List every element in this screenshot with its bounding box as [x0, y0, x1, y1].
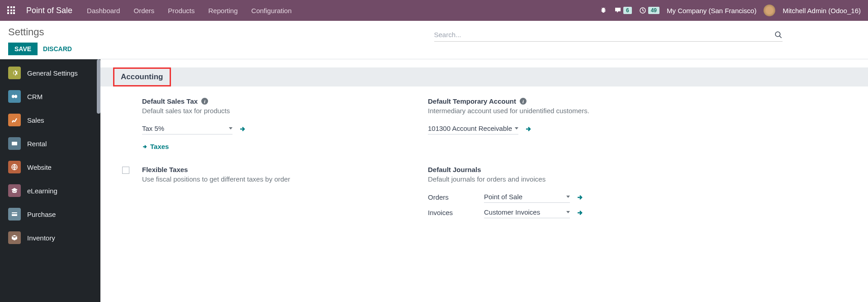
graduation-icon [8, 184, 21, 197]
taxes-link[interactable]: Taxes [142, 143, 169, 150]
svg-rect-3 [12, 142, 17, 145]
setting-title: Default Sales Tax i [142, 97, 395, 105]
setting-default-temp-account: Default Temporary Account i Intermediary… [428, 97, 681, 151]
setting-title-text: Default Sales Tax [142, 97, 198, 105]
messages-badge: 6 [623, 7, 632, 14]
globe-icon [8, 161, 21, 173]
sidebar-item-inventory[interactable]: Inventory [0, 226, 100, 249]
sidebar-item-general-settings[interactable]: General Settings [0, 61, 100, 85]
cp-buttons: SAVE DISCARD [8, 43, 434, 55]
handshake-icon [8, 90, 21, 103]
svg-rect-6 [12, 213, 17, 214]
debug-icon[interactable] [600, 7, 607, 14]
search-container [434, 28, 783, 42]
setting-default-sales-tax: Default Sales Tax i Default sales tax fo… [142, 97, 395, 151]
section-header-accounting: Accounting [113, 67, 171, 86]
sidebar-item-website[interactable]: Website [0, 155, 100, 179]
setting-title: Default Temporary Account i [428, 97, 681, 105]
apps-icon[interactable] [7, 6, 15, 14]
activities-badge: 49 [648, 7, 659, 14]
setting-title: Default Journals [428, 166, 681, 173]
external-link-icon[interactable] [576, 194, 583, 201]
nav-products[interactable]: Products [168, 7, 194, 14]
external-link-icon[interactable] [525, 125, 532, 133]
select-value: Tax 5% [142, 125, 226, 132]
page-title: Settings [8, 26, 434, 38]
field-label: Orders [428, 193, 478, 201]
sidebar-item-rental[interactable]: Rental [0, 132, 100, 155]
flexible-taxes-checkbox[interactable] [122, 167, 129, 174]
default-temp-account-select[interactable]: 101300 Account Receivable [428, 124, 518, 134]
invoices-field: Invoices Customer Invoices [428, 207, 681, 218]
navbar-right: 6 49 My Company (San Francisco) Mitchell… [600, 5, 861, 16]
app-brand[interactable]: Point of Sale [26, 6, 72, 15]
sidebar-item-label: General Settings [27, 69, 78, 77]
gear-icon [8, 67, 21, 79]
settings-row: Default Sales Tax i Default sales tax fo… [113, 97, 855, 151]
nav-configuration[interactable]: Configuration [251, 7, 292, 14]
discard-button[interactable]: DISCARD [43, 45, 72, 53]
setting-field: 101300 Account Receivable [428, 124, 681, 134]
sidebar-item-purchase[interactable]: Purchase [0, 202, 100, 226]
save-button[interactable]: SAVE [8, 43, 38, 55]
default-sales-tax-select[interactable]: Tax 5% [142, 124, 232, 134]
settings-sidebar: General Settings CRM Sales Rental Websit… [0, 59, 100, 302]
sidebar-item-label: Sales [27, 116, 44, 124]
box-icon [8, 231, 21, 244]
messages-icon[interactable]: 6 [614, 7, 632, 14]
setting-title-text: Default Temporary Account [428, 97, 516, 105]
user-menu[interactable]: Mitchell Admin (Odoo_16) [783, 7, 861, 14]
chart-icon [8, 114, 21, 126]
settings-content: Accounting Default Sales Tax i Default s… [100, 59, 868, 302]
settings-row: Flexible Taxes Use fiscal positions to g… [113, 166, 855, 223]
cp-left: Settings SAVE DISCARD [8, 26, 434, 55]
setting-desc: Default sales tax for products [142, 107, 395, 115]
avatar[interactable] [764, 5, 775, 16]
info-icon[interactable]: i [201, 98, 208, 105]
link-label: Taxes [150, 143, 169, 150]
nav-reporting[interactable]: Reporting [209, 7, 238, 14]
setting-title: Flexible Taxes [142, 166, 395, 173]
sidebar-item-label: Website [27, 163, 52, 171]
chevron-down-icon [229, 127, 232, 129]
search-input[interactable] [434, 30, 774, 39]
setting-desc: Default journals for orders and invoices [428, 175, 681, 183]
nav-dashboard[interactable]: Dashboard [87, 7, 120, 14]
chevron-down-icon [566, 196, 570, 198]
chevron-down-icon [566, 211, 570, 213]
setting-desc: Use fiscal positions to get different ta… [142, 175, 395, 183]
key-icon [8, 137, 21, 150]
sidebar-item-label: Rental [27, 140, 47, 148]
orders-journal-select[interactable]: Point of Sale [484, 192, 570, 203]
company-switcher[interactable]: My Company (San Francisco) [667, 7, 756, 14]
select-value: 101300 Account Receivable [428, 125, 512, 132]
chevron-down-icon [515, 127, 518, 129]
select-value: Point of Sale [484, 193, 564, 201]
sidebar-item-sales[interactable]: Sales [0, 108, 100, 132]
info-icon[interactable]: i [520, 98, 526, 105]
navbar-left: Point of Sale Dashboard Orders Products … [7, 6, 600, 15]
setting-flexible-taxes: Flexible Taxes Use fiscal positions to g… [142, 166, 395, 223]
sidebar-item-crm[interactable]: CRM [0, 85, 100, 108]
cp-right [434, 26, 860, 42]
section-header-wrap: Accounting [100, 67, 868, 86]
field-label: Invoices [428, 209, 478, 216]
sidebar-item-elearning[interactable]: eLearning [0, 179, 100, 202]
sidebar-item-label: Inventory [27, 234, 55, 242]
card-icon [8, 208, 21, 221]
sidebar-scrollbar[interactable] [97, 59, 100, 114]
nav-links: Dashboard Orders Products Reporting Conf… [87, 7, 292, 14]
setting-default-journals: Default Journals Default journals for or… [428, 166, 681, 223]
search-icon[interactable] [774, 31, 783, 39]
svg-point-0 [618, 8, 620, 10]
setting-desc: Intermediary account used for unidentifi… [428, 107, 681, 115]
main: General Settings CRM Sales Rental Websit… [0, 59, 868, 302]
sidebar-item-label: Purchase [27, 211, 56, 218]
external-link-icon[interactable] [239, 125, 246, 133]
nav-orders[interactable]: Orders [133, 7, 154, 14]
activities-icon[interactable]: 49 [639, 7, 659, 14]
external-link-icon[interactable] [576, 209, 583, 216]
control-panel: Settings SAVE DISCARD [0, 21, 868, 59]
top-navbar: Point of Sale Dashboard Orders Products … [0, 0, 868, 21]
invoices-journal-select[interactable]: Customer Invoices [484, 207, 570, 218]
